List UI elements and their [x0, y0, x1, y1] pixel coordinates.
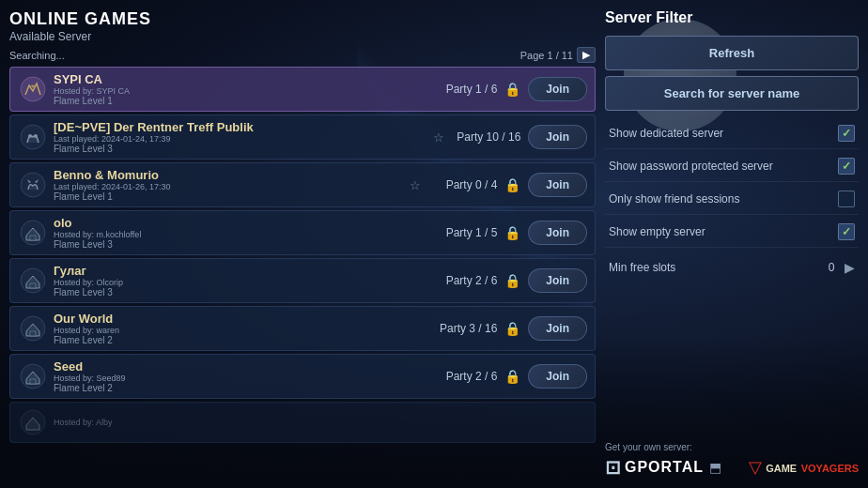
party-info: Party 1 / 5	[426, 226, 497, 239]
game-voyagers-icon: ▽	[749, 457, 762, 478]
join-button[interactable]: Join	[528, 173, 587, 197]
page-subtitle: Available Server	[9, 30, 596, 43]
lock-icon: 🔒	[504, 82, 520, 97]
server-list: SYPI CA Hosted by: SYPI CA Flame Level 1…	[9, 67, 596, 479]
left-panel: ONLINE GAMES Available Server Searching.…	[9, 9, 596, 479]
filter-option-dedicated: Show dedicated server	[605, 118, 859, 149]
server-flame: Flame Level 1	[54, 191, 410, 202]
slots-value: 0	[822, 261, 841, 274]
table-row[interactable]: Гулаг Hosted by: Olcorip Flame Level 3 P…	[9, 258, 596, 303]
join-button[interactable]: Join	[528, 268, 587, 293]
gportal-label: Get your own server:	[605, 442, 859, 452]
star-button[interactable]: ☆	[410, 178, 421, 192]
gv-voyagers-text: VOYAGERS	[801, 463, 859, 474]
server-flame: Flame Level 3	[54, 239, 426, 250]
lock-icon: 🔒	[504, 321, 520, 336]
svg-point-0	[21, 77, 45, 101]
slots-increase-button[interactable]: ▶	[845, 260, 855, 275]
server-icon-wolf2	[18, 122, 48, 152]
page-title: ONLINE GAMES	[9, 9, 596, 29]
server-info: SYPI CA Hosted by: SYPI CA Flame Level 1	[54, 72, 426, 106]
table-row[interactable]: olo Hosted by: m.kochloffel Flame Level …	[9, 210, 596, 255]
game-voyagers-brand: ▽ GAME VOYAGERS	[749, 457, 859, 478]
lock-icon: 🔒	[504, 177, 520, 192]
star-button[interactable]: ☆	[433, 130, 444, 145]
refresh-button[interactable]: Refresh	[605, 36, 859, 70]
lock-icon: 🔒	[504, 225, 520, 240]
server-icon-house	[18, 313, 48, 343]
server-info: Hosted by: Alby	[54, 418, 587, 427]
right-panel: Server Filter Refresh Search for server …	[605, 9, 859, 479]
server-icon-wolf3	[18, 170, 48, 200]
server-info: Our World Hosted by: waren Flame Level 2	[54, 312, 426, 345]
server-info: Гулаг Hosted by: Olcorip Flame Level 3	[54, 264, 426, 297]
filter-empty-label: Show empty server	[609, 225, 705, 238]
table-row[interactable]: SYPI CA Hosted by: SYPI CA Flame Level 1…	[9, 67, 596, 112]
server-name: Our World	[54, 312, 426, 326]
server-name: olo	[54, 216, 426, 230]
page-next-button[interactable]: ▶	[577, 47, 596, 63]
party-info: Party 2 / 6	[426, 370, 497, 383]
server-hosted-by: Hosted by: m.kochloffel	[54, 230, 426, 239]
filter-dedicated-label: Show dedicated server	[609, 127, 723, 140]
server-flame: Flame Level 2	[54, 383, 426, 393]
svg-rect-10	[30, 331, 36, 336]
server-icon-house	[18, 407, 48, 437]
filter-option-empty: Show empty server	[605, 217, 859, 248]
table-row[interactable]: Seed Hosted by: Seed89 Flame Level 2 Par…	[9, 354, 596, 399]
server-flame: Flame Level 2	[54, 335, 426, 345]
join-button[interactable]: Join	[528, 316, 587, 341]
filter-friend-checkbox[interactable]	[838, 191, 855, 207]
server-last-played: Last played: 2024-01-24, 17:39	[54, 134, 433, 144]
table-row[interactable]: Benno & Momurio Last played: 2024-01-26,…	[9, 162, 596, 207]
min-slots-label: Min free slots	[609, 261, 675, 274]
svg-rect-8	[30, 283, 36, 288]
server-icon-house	[18, 361, 48, 391]
join-button[interactable]: Join	[528, 364, 587, 389]
page-indicator: Page 1 / 11	[520, 50, 573, 61]
party-info: Party 2 / 6	[426, 274, 497, 287]
filter-password-checkbox[interactable]	[838, 158, 855, 175]
join-button[interactable]: Join	[528, 77, 587, 101]
table-row[interactable]: [DE~PVE] Der Rentner Treff Publik Last p…	[9, 114, 596, 160]
search-server-button[interactable]: Search for server name	[605, 76, 859, 111]
table-row[interactable]: Our World Hosted by: waren Flame Level 2…	[9, 306, 596, 351]
filter-option-password: Show password protected server	[605, 151, 859, 182]
party-info: Party 1 / 6	[426, 83, 497, 96]
server-info: Benno & Momurio Last played: 2024-01-26,…	[54, 168, 410, 202]
game-voyagers-text: GAME VOYAGERS	[766, 459, 859, 476]
svg-point-2	[28, 134, 32, 138]
filter-dedicated-checkbox[interactable]	[838, 125, 855, 142]
party-info: Party 10 / 16	[450, 130, 520, 144]
table-row[interactable]: Hosted by: Alby	[9, 402, 596, 443]
server-hosted-by: Hosted by: Alby	[54, 418, 587, 427]
server-hosted-by: Hosted by: SYPI CA	[54, 86, 426, 96]
server-name: Benno & Momurio	[54, 168, 410, 182]
filter-password-label: Show password protected server	[609, 160, 773, 173]
searching-text: Searching...	[9, 50, 65, 61]
server-name: Гулаг	[54, 264, 426, 278]
filter-options: Show dedicated server Show password prot…	[605, 118, 859, 248]
title-section: ONLINE GAMES Available Server	[9, 9, 596, 43]
server-info: Seed Hosted by: Seed89 Flame Level 2	[54, 359, 426, 393]
server-last-played: Last played: 2024-01-26, 17:30	[54, 182, 410, 191]
server-name: [DE~PVE] Der Rentner Treff Publik	[54, 120, 433, 134]
slots-control: 0 ▶	[822, 260, 855, 275]
external-link-icon: ⬒	[709, 460, 721, 475]
gportal-logo[interactable]: ⊡ GPORTAL	[605, 456, 704, 479]
join-button[interactable]: Join	[528, 125, 587, 149]
server-hosted-by: Hosted by: Seed89	[54, 374, 426, 383]
server-hosted-by: Hosted by: waren	[54, 326, 426, 335]
server-name: Seed	[54, 359, 426, 374]
party-info: Party 0 / 4	[426, 178, 497, 191]
gportal-text: GPORTAL	[625, 459, 704, 476]
server-icon-house	[18, 266, 48, 296]
filter-empty-checkbox[interactable]	[838, 223, 855, 240]
gportal-section: Get your own server: ⊡ GPORTAL ⬒ ▽ GAME …	[605, 435, 859, 479]
gportal-brand: ⊡ GPORTAL ⬒ ▽ GAME VOYAGERS	[605, 456, 859, 479]
join-button[interactable]: Join	[528, 221, 587, 245]
filter-friend-label: Only show friend sessions	[609, 192, 739, 206]
server-icon-house	[18, 218, 48, 248]
server-icon-wolf	[18, 74, 48, 104]
server-info: [DE~PVE] Der Rentner Treff Publik Last p…	[54, 120, 433, 154]
